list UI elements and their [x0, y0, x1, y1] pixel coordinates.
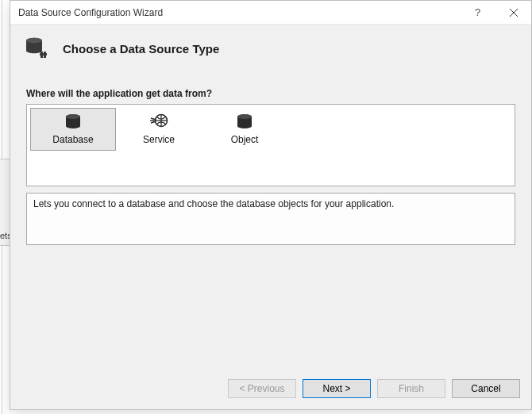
svg-point-3 — [26, 38, 42, 43]
option-database-label: Database — [52, 134, 93, 145]
option-object[interactable]: Object — [202, 108, 287, 151]
database-wizard-icon — [25, 36, 50, 61]
help-button[interactable]: ? — [460, 1, 495, 25]
window-title: Data Source Configuration Wizard — [18, 7, 460, 18]
svg-rect-6 — [40, 53, 47, 56]
wizard-body: Where will the application get data from… — [10, 74, 531, 368]
previous-button[interactable]: < Previous — [228, 379, 296, 398]
help-icon: ? — [475, 6, 480, 18]
service-icon — [149, 113, 168, 131]
cancel-button[interactable]: Cancel — [452, 379, 520, 398]
svg-point-16 — [237, 114, 252, 119]
titlebar: Data Source Configuration Wizard ? — [10, 1, 531, 25]
option-description: Lets you connect to a database and choos… — [26, 193, 515, 245]
next-button[interactable]: Next > — [303, 379, 371, 398]
database-icon — [64, 113, 83, 131]
object-icon — [235, 113, 254, 131]
wizard-footer: < Previous Next > Finish Cancel — [10, 368, 531, 409]
option-database[interactable]: Database — [30, 108, 116, 151]
svg-line-14 — [151, 122, 155, 124]
option-service-label: Service — [143, 134, 175, 145]
close-icon — [510, 9, 518, 17]
wizard-dialog: Data Source Configuration Wizard ? Choos… — [10, 0, 532, 410]
option-service[interactable]: Service — [116, 108, 202, 151]
finish-button[interactable]: Finish — [377, 379, 445, 398]
data-source-options: Database Service — [26, 104, 515, 186]
svg-point-8 — [66, 114, 80, 119]
prompt-label: Where will the application get data from… — [26, 88, 515, 99]
close-button[interactable] — [495, 1, 531, 25]
option-object-label: Object — [231, 134, 259, 145]
svg-line-13 — [151, 118, 155, 120]
wizard-header: Choose a Data Source Type — [10, 25, 531, 74]
wizard-heading: Choose a Data Source Type — [63, 42, 219, 56]
